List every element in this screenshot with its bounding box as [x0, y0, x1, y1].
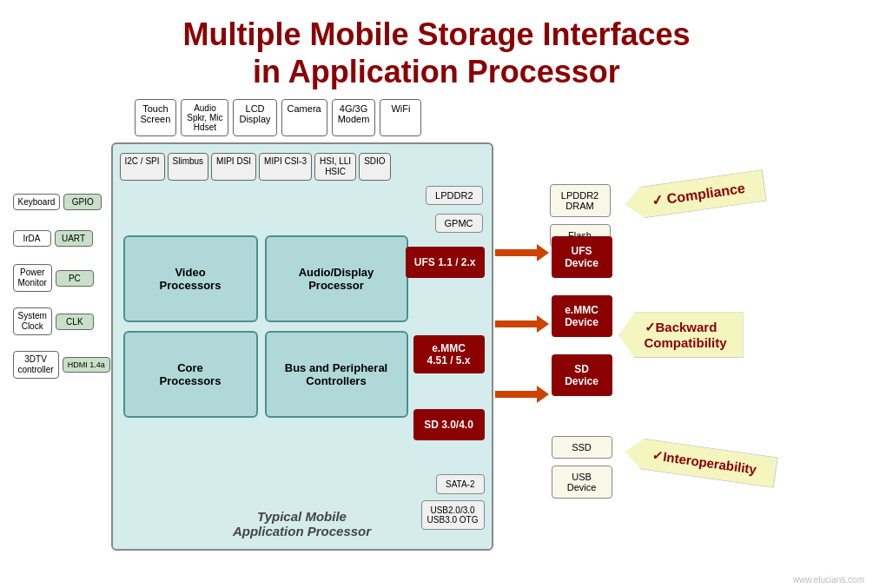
- ufs-interface-box: UFS 1.1 / 2.x: [406, 247, 485, 278]
- emmc-interface-box: e.MMC4.51 / 5.x: [413, 335, 485, 373]
- 3dtv-row: 3DTV controller HDMI 1.4a: [13, 346, 110, 384]
- hdmi-label: HDMI 1.4a: [63, 357, 110, 373]
- lpddr2-dram-box: LPDDR2DRAM: [550, 184, 611, 217]
- power-monitor-row: Power Monitor PC: [13, 259, 110, 297]
- emmc-arrow: [495, 318, 549, 330]
- sd-interface-box: SD 3.0/4.0: [413, 409, 485, 440]
- title-line2: in Application Processor: [253, 54, 620, 89]
- uart-label: UART: [55, 230, 93, 247]
- bus-sdio: SDIO: [359, 153, 390, 181]
- clk-label: CLK: [56, 314, 94, 330]
- diagram-area: Touch Screen Audio Spkr, Mic Hdset LCD D…: [11, 99, 863, 585]
- title-section: Multiple Mobile Storage Interfaces in Ap…: [0, 0, 873, 99]
- bus-mipi-dsi: MIPI DSI: [211, 153, 256, 181]
- bus-i2c-spi: I2C / SPI: [120, 153, 165, 181]
- compliance-annotation: ✓ Compliance: [623, 169, 767, 221]
- ssd-box: SSD: [552, 436, 612, 459]
- emmc-device-box: e.MMCDevice: [552, 295, 612, 337]
- watermark: www.elucians.com: [793, 575, 864, 585]
- irda-label: IrDA: [13, 230, 51, 247]
- periph-audio: Audio Spkr, Mic Hdset: [181, 99, 228, 136]
- bus-row: I2C / SPI Slimbus MIPI DSI MIPI CSI-3 HS…: [120, 153, 391, 181]
- lpddr2-inner: LPDDR2: [426, 186, 482, 205]
- periph-lcd: LCD Display: [233, 99, 276, 136]
- periph-4g3g: 4G/3G Modem: [332, 99, 376, 136]
- keyboard-label: Keyboard: [13, 194, 61, 210]
- ufs-arrow: [495, 247, 549, 259]
- periph-wifi: WiFi: [380, 99, 421, 136]
- periph-touch-screen: Touch Screen: [135, 99, 177, 136]
- system-clock-label: System Clock: [13, 307, 52, 335]
- irda-row: IrDA UART: [13, 222, 110, 254]
- processor-outer-box: I2C / SPI Slimbus MIPI DSI MIPI CSI-3 HS…: [111, 142, 493, 551]
- sd-arrow: [495, 388, 549, 400]
- sd-device-box: SDDevice: [552, 354, 612, 396]
- left-items: Keyboard GPIO IrDA UART Power Monitor PC…: [13, 186, 110, 384]
- ufs-device-box: UFSDevice: [552, 236, 612, 278]
- power-monitor-label: Power Monitor: [13, 264, 52, 292]
- top-peripherals: Touch Screen Audio Spkr, Mic Hdset LCD D…: [135, 99, 422, 136]
- bus-hsi: HSI, LLI HSIC: [314, 153, 356, 181]
- backward-compat-annotation: ✓BackwardCompatibility: [619, 312, 744, 358]
- 3dtv-label: 3DTV controller: [13, 351, 59, 379]
- usb-device-box: USBDevice: [552, 466, 612, 499]
- bus-peripheral-controllers-block: Bus and PeripheralControllers: [265, 331, 408, 418]
- pc-label: PC: [56, 270, 94, 287]
- keyboard-row: Keyboard GPIO: [13, 186, 110, 217]
- device-boxes: UFSDevice e.MMCDevice SDDevice: [552, 236, 612, 396]
- storage-boxes: SSD USBDevice: [552, 436, 612, 499]
- gpio-label: GPIO: [63, 194, 102, 210]
- title-line1: Multiple Mobile Storage Interfaces: [182, 17, 690, 52]
- gpmc-inner: GPMC: [435, 214, 483, 233]
- usb-interface-box: USB2.0/3.0USB3.0 OTG: [421, 500, 485, 530]
- audio-display-processor-block: Audio/DisplayProcessor: [265, 235, 408, 322]
- bus-slimbus: Slimbus: [168, 153, 209, 181]
- video-processors-block: VideoProcessors: [123, 235, 258, 322]
- interoperability-annotation: ✓Interoperability: [623, 436, 778, 488]
- core-processors-block: CoreProcessors: [123, 331, 258, 418]
- sata-interface-box: SATA-2: [436, 474, 485, 494]
- periph-camera: Camera: [281, 99, 327, 136]
- system-clock-row: System Clock CLK: [13, 302, 110, 340]
- bus-mipi-csi: MIPI CSI-3: [259, 153, 312, 181]
